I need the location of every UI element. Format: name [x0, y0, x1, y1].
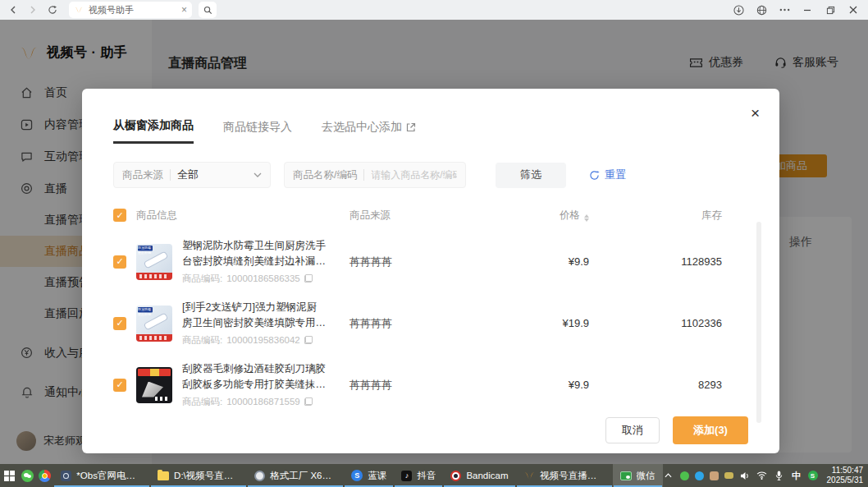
product-source: 苒苒苒苒 [338, 378, 458, 393]
product-code: 商品编码:10000186871559 [182, 396, 327, 408]
obs-icon [61, 471, 71, 481]
product-source: 苒苒苒苒 [338, 316, 458, 331]
wifi-icon[interactable] [756, 471, 768, 480]
download-icon[interactable] [729, 2, 748, 18]
folder-icon [158, 471, 169, 480]
task-format-factory[interactable]: 格式工厂 X64 ... [247, 464, 344, 487]
forward-icon[interactable] [25, 2, 41, 17]
modal-scrollbar[interactable] [756, 222, 761, 423]
product-title: 刮胶器毛刺修边酒硅胶刮刀璃胶刮胶板多功能专用打胶美缝抹胶神器 [182, 361, 327, 393]
chrome-pinned-icon[interactable] [36, 464, 53, 487]
windows-taskbar: *Obs官网电脑... D:\视频号直播... 格式工厂 X64 ... S 蓝… [0, 464, 868, 487]
product-thumbnail: 防水防霉 密封补漏 [136, 244, 172, 280]
wechat-window-icon [620, 471, 632, 480]
reset-button[interactable]: 重置 [589, 168, 626, 182]
tab-link-import[interactable]: 商品链接导入 [223, 118, 292, 144]
task-channels-live[interactable]: 视频号直播伴侣 [516, 464, 613, 487]
bandicam-icon [450, 471, 461, 481]
task-folder[interactable]: D:\视频号直播... [150, 464, 247, 487]
microphone-icon[interactable] [774, 471, 785, 480]
modal-close-icon[interactable]: × [751, 105, 760, 121]
product-thumbnail [136, 367, 172, 403]
tray-chevron-icon[interactable] [663, 473, 674, 478]
col-stock: 库存 [589, 209, 722, 223]
table-row: ✓ 防水防霉 密封补漏 塑钢泥防水防霉卫生间厨房洗手台密封胶填缝剂美缝封边补漏专… [82, 231, 779, 292]
douyin-icon: ♪ [401, 471, 412, 481]
row-checkbox[interactable]: ✓ [113, 317, 126, 330]
browser-titlebar: 视频号助手 × [0, 0, 868, 20]
copy-icon[interactable] [304, 397, 313, 406]
add-selected-button[interactable]: 添加(3) [673, 416, 748, 444]
refresh-icon[interactable] [44, 2, 61, 17]
table-row: ✓ 刮胶器毛刺修边酒硅胶刮刀璃胶刮胶板多功能专用打胶美缝抹胶神器 商品编码:10… [82, 354, 779, 416]
source-filter-select[interactable]: 商品来源 全部 [113, 162, 271, 188]
search-tabs-icon[interactable] [199, 2, 217, 18]
table-row: ✓ 防水防霉 密封补漏 [到手2支送铲刀]强力塑钢泥厨房卫生间密封胶美缝填隙专用… [82, 292, 779, 354]
tray-messenger-icon[interactable] [695, 471, 704, 480]
select-all-checkbox[interactable]: ✓ [113, 209, 126, 222]
tab-from-showcase[interactable]: 从橱窗添加商品 [113, 118, 194, 144]
task-obs[interactable]: *Obs官网电脑... [53, 464, 150, 487]
external-link-icon [406, 122, 416, 132]
product-search-input[interactable]: 商品名称/编码 请输入商品名称/编码搜索 [284, 162, 466, 188]
add-products-modal: × 从橱窗添加商品 商品链接导入 去选品中心添加 商品来源 全部 商品名称/编码… [82, 89, 779, 453]
tab-close-icon[interactable]: × [181, 4, 187, 16]
back-icon[interactable] [5, 2, 21, 17]
reset-icon [589, 170, 600, 181]
restore-icon[interactable] [820, 2, 840, 18]
product-price: ¥9.9 [458, 255, 589, 268]
col-info: 商品信息 [136, 209, 338, 223]
row-checkbox[interactable]: ✓ [113, 379, 126, 392]
search-field-label: 商品名称/编码 [293, 168, 357, 182]
tab-title: 视频号助手 [89, 4, 176, 16]
menu-ellipsis-icon[interactable] [774, 2, 794, 18]
format-factory-icon [254, 471, 265, 481]
product-thumbnail: 防水防霉 密封补漏 [136, 306, 172, 342]
product-stock: 1102336 [589, 317, 722, 329]
col-source: 商品来源 [338, 209, 458, 223]
product-source: 苒苒苒苒 [338, 255, 458, 269]
task-douyin[interactable]: ♪ 抖音 [394, 464, 443, 487]
wechat-pinned-icon[interactable] [19, 464, 36, 487]
task-wechat-active[interactable]: 微信 [613, 464, 663, 487]
tray-wechat-icon[interactable] [680, 471, 689, 480]
modal-tabs: 从橱窗添加商品 商品链接导入 去选品中心添加 [82, 89, 779, 144]
start-button[interactable] [0, 464, 19, 487]
copy-icon[interactable] [304, 274, 313, 283]
row-checkbox[interactable]: ✓ [113, 255, 126, 269]
chevron-down-icon [254, 172, 262, 177]
windows-icon [4, 471, 15, 481]
search-placeholder: 请输入商品名称/编码搜索 [371, 168, 457, 182]
tray-card-icon[interactable] [724, 472, 733, 479]
product-price: ¥19.9 [458, 317, 589, 329]
product-stock: 1128935 [589, 255, 722, 268]
taskbar-clock[interactable]: 11:50:47 2025/5/31 [824, 466, 864, 485]
channels-live-icon [523, 471, 536, 480]
lanke-icon: S [351, 470, 363, 481]
product-stock: 8293 [589, 379, 722, 391]
source-filter-label: 商品来源 [122, 168, 163, 182]
channels-favicon [74, 6, 84, 14]
filter-button[interactable]: 筛选 [496, 163, 566, 188]
tray-avatar-icon[interactable] [710, 471, 719, 480]
task-bandicam[interactable]: Bandicam [443, 464, 515, 487]
table-header: ✓ 商品信息 商品来源 价格 库存 [82, 200, 779, 231]
tab-selection-center[interactable]: 去选品中心添加 [322, 118, 416, 144]
close-window-icon[interactable] [843, 2, 863, 18]
page-viewport: 视频号 · 助手 首页 内容管理 互动管理 直播 直播管理 直播商品管理 直播预… [0, 20, 868, 464]
source-filter-value: 全部 [177, 168, 247, 182]
product-title: [到手2支送铲刀]强力塑钢泥厨房卫生间密封胶美缝填隙专用厨卫密封胶150M... [182, 300, 327, 331]
product-price: ¥9.9 [458, 379, 589, 391]
minimize-icon[interactable] [797, 2, 817, 18]
copy-icon[interactable] [304, 336, 313, 344]
product-code: 商品编码:10000186586335 [182, 273, 327, 285]
globe-icon[interactable] [752, 2, 771, 18]
volume-icon[interactable] [739, 471, 751, 480]
cancel-button[interactable]: 取消 [605, 417, 660, 443]
product-code: 商品编码:10000195836042 [182, 334, 327, 347]
task-lanke[interactable]: S 蓝课 [344, 464, 394, 487]
tray-sogou-icon[interactable]: S [808, 471, 818, 480]
browser-tab[interactable]: 视频号助手 × [69, 2, 192, 18]
system-tray: 中 S 11:50:47 2025/5/31 [663, 464, 868, 487]
ime-indicator[interactable]: 中 [791, 470, 802, 482]
